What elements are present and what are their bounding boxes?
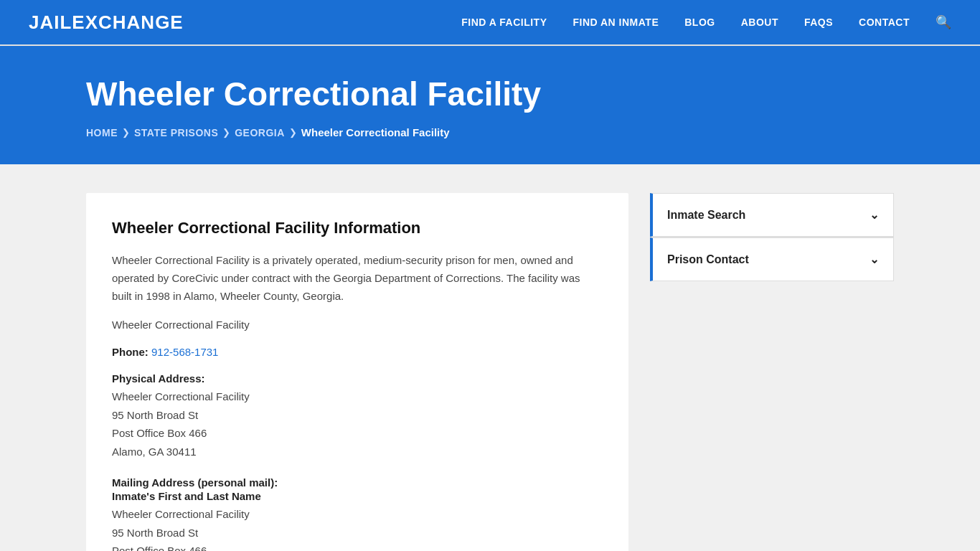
physical-address-label: Physical Address: <box>112 372 603 385</box>
nav-about[interactable]: ABOUT <box>741 17 778 28</box>
facility-name-plain: Wheeler Correctional Facility <box>112 316 603 334</box>
page-title: Wheeler Correctional Facility <box>86 75 951 113</box>
nav-blog[interactable]: BLOG <box>684 17 715 28</box>
sidebar: Inmate Search ⌄ Prison Contact ⌄ <box>650 193 894 281</box>
main-content: Wheeler Correctional Facility Informatio… <box>0 164 980 551</box>
logo-jail-text: JAIL <box>29 11 72 34</box>
search-icon[interactable]: 🔍 <box>936 14 951 30</box>
main-nav: FIND A FACILITY FIND AN INMATE BLOG ABOU… <box>461 14 951 30</box>
physical-address-line-4: Alamo, GA 30411 <box>112 443 603 461</box>
prison-contact-label: Prison Contact <box>667 253 749 266</box>
physical-address-line-3: Post Office Box 466 <box>112 424 603 443</box>
mailing-line-1: Wheeler Correctional Facility <box>112 505 603 524</box>
nav-contact[interactable]: CONTACT <box>859 17 910 28</box>
info-heading: Wheeler Correctional Facility Informatio… <box>112 219 603 237</box>
breadcrumb: Home ❯ State Prisons ❯ Georgia ❯ Wheeler… <box>86 126 951 138</box>
breadcrumb-sep-2: ❯ <box>222 127 230 138</box>
site-header: JAILEXCHANGE FIND A FACILITY FIND AN INM… <box>0 0 980 46</box>
mailing-address-section: Mailing Address (personal mail): Inmate'… <box>112 476 603 551</box>
inmate-search-section: Inmate Search ⌄ <box>650 193 894 237</box>
breadcrumb-sep-3: ❯ <box>289 127 297 138</box>
breadcrumb-georgia[interactable]: Georgia <box>235 127 285 138</box>
physical-address-line-2: 95 North Broad St <box>112 406 603 425</box>
phone-label: Phone: <box>112 346 149 358</box>
nav-find-facility[interactable]: FIND A FACILITY <box>461 17 547 28</box>
phone-line: Phone: 912-568-1731 <box>112 346 603 358</box>
physical-address-line-1: Wheeler Correctional Facility <box>112 387 603 406</box>
prison-contact-section: Prison Contact ⌄ <box>650 237 894 281</box>
breadcrumb-current: Wheeler Correctional Facility <box>301 126 450 138</box>
mailing-sub-label: Inmate's First and Last Name <box>112 490 603 502</box>
breadcrumb-state-prisons[interactable]: State Prisons <box>134 127 218 138</box>
nav-find-inmate[interactable]: FIND AN INMATE <box>573 17 659 28</box>
mailing-address-label: Mailing Address (personal mail): <box>112 476 603 489</box>
mailing-line-2: 95 North Broad St <box>112 524 603 542</box>
breadcrumb-sep-1: ❯ <box>122 127 130 138</box>
logo-exchange-text: EXCHANGE <box>72 11 183 34</box>
info-panel: Wheeler Correctional Facility Informatio… <box>86 193 628 551</box>
info-description: Wheeler Correctional Facility is a priva… <box>112 252 603 305</box>
mailing-line-3: Post Office Box 466 <box>112 542 603 551</box>
logo[interactable]: JAILEXCHANGE <box>29 11 184 34</box>
nav-faqs[interactable]: FAQs <box>804 17 833 28</box>
inmate-search-header[interactable]: Inmate Search ⌄ <box>653 194 893 236</box>
inmate-search-chevron-icon: ⌄ <box>870 208 879 222</box>
prison-contact-chevron-icon: ⌄ <box>870 253 879 266</box>
breadcrumb-home[interactable]: Home <box>86 127 118 138</box>
prison-contact-header[interactable]: Prison Contact ⌄ <box>653 238 893 281</box>
inmate-search-label: Inmate Search <box>667 209 745 222</box>
physical-address-section: Physical Address: Wheeler Correctional F… <box>112 372 603 461</box>
phone-link[interactable]: 912-568-1731 <box>151 346 218 358</box>
hero-section: Wheeler Correctional Facility Home ❯ Sta… <box>0 46 980 164</box>
